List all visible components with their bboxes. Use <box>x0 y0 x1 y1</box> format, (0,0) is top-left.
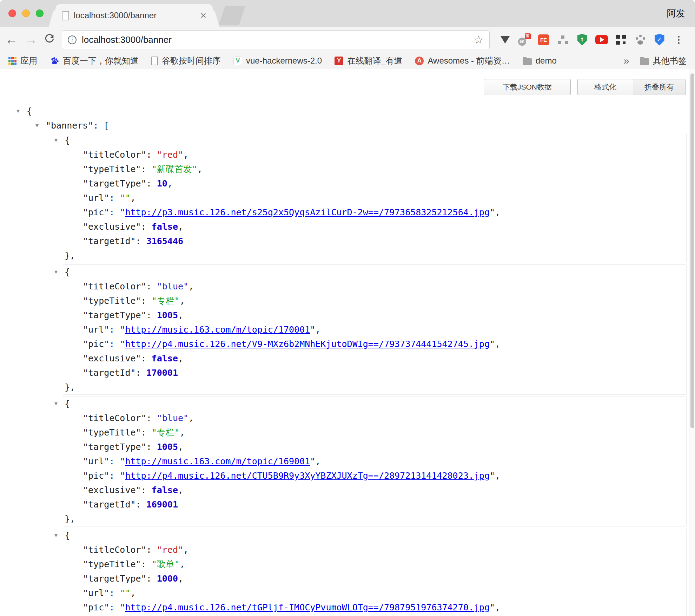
json-url-link[interactable]: http://music.163.com/m/topic/169001 <box>125 456 310 466</box>
json-punctuation: : <box>109 588 120 598</box>
bookmark-star-icon[interactable]: ☆ <box>474 34 484 45</box>
json-key: "targetId" <box>83 236 136 246</box>
collapse-toggle-icon[interactable]: ▼ <box>35 118 39 133</box>
minimize-window-button[interactable] <box>22 9 30 17</box>
reload-icon[interactable] <box>41 33 58 46</box>
paw-extension-icon[interactable] <box>630 27 650 53</box>
json-punctuation: , <box>178 310 183 320</box>
close-window-button[interactable] <box>8 9 16 17</box>
collapse-toggle-icon[interactable]: ▼ <box>16 104 20 118</box>
json-punctuation: : <box>136 236 146 246</box>
collapse-toggle-icon[interactable]: ▼ <box>54 397 58 411</box>
json-url-link[interactable]: http://p4.music.126.net/V9-MXz6b2MNhEKju… <box>125 339 490 349</box>
json-value: "red" <box>157 545 183 555</box>
profile-name[interactable]: 阿发 <box>667 0 685 27</box>
json-line: ▼{ <box>63 265 686 279</box>
browser-menu-icon[interactable] <box>669 27 688 53</box>
json-punctuation: : <box>109 602 120 612</box>
json-punctuation: , <box>495 602 500 612</box>
download-json-button[interactable]: 下载JSON数据 <box>484 79 571 95</box>
format-button[interactable]: 格式化 <box>577 79 633 95</box>
bookmark-vue-hackernews[interactable]: V vue-hackernews-2.0 <box>233 56 322 66</box>
collapse-all-button[interactable]: 折叠所有 <box>633 79 686 95</box>
sitemap-extension-icon[interactable] <box>553 27 572 53</box>
qrcode-extension-icon[interactable] <box>611 27 630 53</box>
new-tab-button[interactable] <box>219 6 245 25</box>
json-line: "targetType": 10, <box>63 176 686 191</box>
json-punctuation: , <box>167 178 173 189</box>
json-value: false <box>152 485 178 495</box>
youtube-extension-icon[interactable] <box>592 27 611 53</box>
scrollbar-thumb[interactable] <box>690 73 694 428</box>
json-punctuation: : <box>141 427 152 438</box>
json-line: "targetId": 169001 <box>63 497 686 512</box>
json-value: "" <box>120 588 130 598</box>
tab-strip: localhost:3000/banner × 阿发 <box>0 0 695 27</box>
json-line: ▼{ <box>63 397 686 411</box>
json-punctuation: : <box>136 499 146 510</box>
json-line: "typeTitle": "专栏", <box>63 425 686 440</box>
page-favicon-icon <box>62 11 69 20</box>
json-url-link[interactable]: http://p3.music.126.net/s25q2x5QyqsAzilC… <box>125 207 490 217</box>
json-line: }, <box>63 248 686 263</box>
vertical-scrollbar[interactable] <box>689 69 695 616</box>
json-url-link[interactable]: http://music.163.com/m/topic/170001 <box>125 325 310 335</box>
bookmark-demo-folder[interactable]: demo <box>523 56 557 66</box>
json-punctuation: , <box>183 150 188 160</box>
green-shield-extension-icon[interactable]: t <box>572 27 592 53</box>
json-key: "typeTitle" <box>83 296 141 306</box>
json-punctuation: }, <box>65 382 75 392</box>
page-info-icon[interactable]: i <box>68 35 77 44</box>
bookmark-google-sort[interactable]: 谷歌按时间排序 <box>151 55 221 66</box>
blue-shield-extension-icon[interactable]: ✓ <box>650 27 669 53</box>
json-key: "titleColor" <box>83 281 146 291</box>
other-bookmarks[interactable]: 其他书签 <box>640 55 687 66</box>
forward-button[interactable]: → <box>23 33 39 46</box>
bookmarks-overflow-chevron[interactable]: » <box>623 55 629 67</box>
json-key: "targetId" <box>83 368 136 378</box>
json-value: "歌单" <box>152 559 180 569</box>
json-value: "red" <box>157 150 183 160</box>
back-button[interactable]: ← <box>4 33 20 46</box>
json-line: "titleColor": "blue", <box>63 279 686 294</box>
collapse-toggle-icon[interactable]: ▼ <box>54 133 58 148</box>
url-text[interactable]: localhost:3000/banner <box>82 34 474 45</box>
browser-tab[interactable]: localhost:3000/banner × <box>55 4 213 27</box>
json-url-link[interactable]: http://p4.music.126.net/tGPljf-IMOCyPvum… <box>125 602 490 612</box>
json-line: "pic": "http://p4.music.126.net/CTU5B9R9… <box>63 468 686 483</box>
json-punctuation: " <box>490 602 495 612</box>
json-url-link[interactable]: http://p4.music.126.net/CTU5B9R9y3XyYBZX… <box>125 471 490 481</box>
zoom-window-button[interactable] <box>36 9 44 17</box>
json-punctuation: , <box>315 456 320 466</box>
dark-triangle-extension-icon[interactable] <box>495 27 515 53</box>
collapse-toggle-icon[interactable]: ▼ <box>54 265 58 279</box>
json-key: "exclusive" <box>83 353 141 363</box>
json-value: false <box>152 222 178 232</box>
json-value: 3165446 <box>146 236 183 246</box>
json-line: "titleColor": "red", <box>63 543 686 557</box>
folder-icon <box>523 58 532 65</box>
json-line: "pic": "http://p3.music.126.net/s25q2x5Q… <box>63 205 686 219</box>
json-punctuation: : <box>146 178 157 189</box>
tab-close-icon[interactable]: × <box>200 10 206 21</box>
json-punctuation: : <box>109 193 120 203</box>
bookmark-youdao-translate[interactable]: Y 在线翻译_有道 <box>335 55 402 66</box>
json-line: "pic": "http://p4.music.126.net/V9-MXz6b… <box>63 337 686 351</box>
translate-extension-icon[interactable]: en 英 <box>515 27 534 53</box>
bookmark-apps[interactable]: 应用 <box>8 55 37 66</box>
json-object-box: ▼{"titleColor": "blue","typeTitle": "专栏"… <box>63 264 687 395</box>
json-line: "url": "http://music.163.com/m/topic/170… <box>63 322 686 337</box>
json-punctuation: : <box>136 368 146 378</box>
address-bar[interactable]: i localhost:3000/banner ☆ <box>62 30 490 49</box>
json-line: "targetType": 1000, <box>63 571 686 586</box>
fehelper-extension-icon[interactable]: FE <box>534 27 553 53</box>
collapse-toggle-icon[interactable]: ▼ <box>54 528 58 543</box>
json-value: 1000 <box>157 574 178 584</box>
json-punctuation: : <box>141 164 152 174</box>
json-key: "targetType" <box>83 574 146 584</box>
json-value: "新碟首发" <box>152 164 197 174</box>
bookmark-awesomes[interactable]: A Awesomes - 前端资… <box>415 55 510 66</box>
bookmark-baidu[interactable]: 百度一下，你就知道 <box>50 55 139 66</box>
json-line: "typeTitle": "歌单", <box>63 557 686 571</box>
json-line: "targetId": 3165446 <box>63 234 686 248</box>
